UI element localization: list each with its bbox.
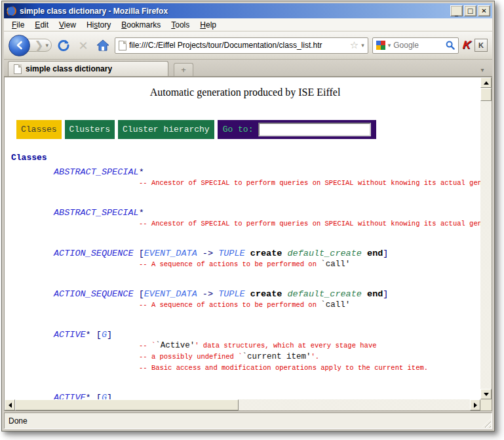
- scroll-down-button[interactable]: [480, 389, 492, 399]
- k-extension-button[interactable]: K: [475, 39, 488, 52]
- code-text: [282, 249, 287, 258]
- search-box[interactable]: ▾: [372, 37, 459, 54]
- arrow-right-icon: ❯: [34, 40, 43, 51]
- reload-button[interactable]: [56, 37, 71, 53]
- url-dropdown-icon[interactable]: ▾: [361, 43, 364, 49]
- code-text: ]: [107, 330, 112, 340]
- class-entry: ACTION_SEQUENCE [EVENT_DATA -> TUPLE cre…: [54, 289, 480, 311]
- class-comment-line: -- a possibly undefined ``current item''…: [139, 351, 480, 363]
- menu-view[interactable]: View: [54, 19, 81, 31]
- page-title: Automatic generation produced by ISE Eif…: [10, 87, 480, 98]
- goto-input[interactable]: [258, 123, 371, 136]
- class-comment-line: -- Ancestor of SPECIAL to perform querie…: [139, 218, 480, 230]
- stop-button[interactable]: ✕: [75, 37, 91, 53]
- menu-bookmarks[interactable]: Bookmarks: [116, 19, 166, 31]
- menu-file[interactable]: File: [7, 19, 29, 31]
- comment-text: -- Ancestor of SPECIAL to perform querie…: [139, 179, 480, 187]
- scroll-up-button[interactable]: [480, 77, 492, 88]
- code-text: create: [250, 249, 282, 258]
- address-bar[interactable]: ☆ ▾: [115, 37, 368, 54]
- code-text: ->: [197, 289, 218, 299]
- status-text: Done: [5, 416, 28, 426]
- home-button[interactable]: [95, 37, 111, 53]
- class-comment-line: -- ``Active'' data structures, which at …: [139, 340, 480, 351]
- titlebar[interactable]: simple class dictionary - Mozilla Firefo…: [4, 3, 492, 18]
- menu-tools[interactable]: Tools: [166, 19, 195, 31]
- menu-edit[interactable]: Edit: [29, 19, 54, 31]
- class-link[interactable]: ACTION_SEQUENCE: [54, 289, 134, 299]
- comment-text: '.: [311, 353, 320, 361]
- code-text: [245, 249, 250, 258]
- comment-text: -- Ancestor of SPECIAL to perform querie…: [139, 220, 480, 228]
- minimize-button[interactable]: _: [450, 5, 463, 16]
- status-bar: Done: [4, 412, 492, 429]
- scrollbar-corner: [480, 399, 492, 410]
- horizontal-scrollbar[interactable]: [5, 399, 480, 410]
- menu-help[interactable]: Help: [195, 19, 222, 31]
- bookmark-star-icon[interactable]: ☆: [350, 41, 359, 50]
- code-text: create: [250, 289, 282, 299]
- engine-dropdown-icon[interactable]: ▾: [388, 43, 391, 49]
- class-title-line: ABSTRACT_SPECIAL*: [54, 207, 480, 218]
- classes-button[interactable]: Classes: [16, 120, 62, 139]
- class-link[interactable]: ABSTRACT_SPECIAL: [54, 208, 139, 218]
- browser-content: Automatic generation produced by ISE Eif…: [4, 77, 492, 411]
- back-button[interactable]: [9, 35, 30, 56]
- tab-bar: simple class dictionary + ▾: [4, 60, 492, 77]
- url-input[interactable]: [129, 41, 347, 50]
- firefox-icon: [6, 5, 17, 16]
- code-text: [362, 249, 367, 258]
- class-title-line: ACTION_SEQUENCE [EVENT_DATA -> TUPLE cre…: [54, 248, 480, 259]
- class-entry: ACTIVE* [G]-- ``Active'' data structures…: [54, 329, 480, 374]
- menubar: File Edit View History Bookmarks Tools H…: [4, 18, 492, 31]
- navigation-toolbar: ❯ ▾ ✕ ☆ ▾ ▾: [4, 31, 492, 60]
- class-link[interactable]: EVENT_DATA: [144, 289, 197, 299]
- reload-icon: [57, 39, 70, 52]
- comment-text: -- A sequence of actions to be performed…: [139, 260, 320, 268]
- scroll-right-button[interactable]: [470, 399, 480, 410]
- comment-text: -- `: [139, 342, 155, 350]
- class-link[interactable]: G: [102, 393, 107, 399]
- clusters-button[interactable]: Clusters: [65, 120, 115, 139]
- tab-list-button[interactable]: ▾: [475, 63, 490, 76]
- class-link[interactable]: ACTION_SEQUENCE: [54, 249, 134, 258]
- tab-simple-class-dictionary[interactable]: simple class dictionary: [8, 61, 168, 76]
- code-text: ]: [383, 289, 388, 299]
- code-text: * [: [86, 393, 102, 399]
- section-heading: Classes: [11, 153, 480, 163]
- horizontal-scroll-thumb[interactable]: [15, 399, 239, 410]
- code-text: `call': [320, 300, 350, 310]
- class-link[interactable]: TUPLE: [218, 249, 245, 258]
- comment-text: -- Basic access and modification operati…: [139, 364, 428, 372]
- code-text: end: [367, 249, 383, 258]
- resize-grip[interactable]: [482, 418, 491, 428]
- class-link[interactable]: G: [102, 330, 107, 340]
- class-comment-line: -- Basic access and modification operati…: [139, 363, 480, 374]
- code-text: [362, 289, 367, 299]
- search-magnifier-icon[interactable]: [446, 41, 455, 50]
- close-button[interactable]: ✕: [478, 5, 490, 16]
- search-input[interactable]: [393, 41, 442, 50]
- class-link[interactable]: EVENT_DATA: [144, 249, 197, 258]
- kaspersky-icon[interactable]: K: [462, 39, 471, 52]
- firefox-window: simple class dictionary - Mozilla Firefo…: [1, 1, 495, 431]
- code-text: [282, 289, 287, 299]
- class-link[interactable]: ABSTRACT_SPECIAL: [54, 167, 139, 177]
- arrow-left-icon: [15, 41, 24, 50]
- class-link[interactable]: TUPLE: [218, 289, 245, 299]
- vertical-scrollbar[interactable]: [480, 77, 492, 399]
- code-text: * [: [86, 330, 102, 340]
- class-link[interactable]: ACTIVE: [54, 330, 86, 340]
- cluster-hierarchy-button[interactable]: Cluster hierarchy: [118, 120, 214, 139]
- menu-history[interactable]: History: [81, 19, 116, 31]
- code-text: default_create: [288, 289, 362, 299]
- comment-text: -- a possibly undefined `: [139, 353, 242, 361]
- vertical-scroll-thumb[interactable]: [480, 88, 492, 101]
- new-tab-button[interactable]: +: [174, 63, 193, 76]
- google-engine-icon[interactable]: [376, 41, 385, 50]
- scroll-left-button[interactable]: [5, 399, 15, 410]
- class-link[interactable]: ACTIVE: [54, 393, 86, 399]
- class-title-line: ACTIVE* [G]: [54, 392, 480, 399]
- history-dropdown-icon[interactable]: ▾: [45, 43, 48, 49]
- maximize-button[interactable]: □: [464, 5, 476, 16]
